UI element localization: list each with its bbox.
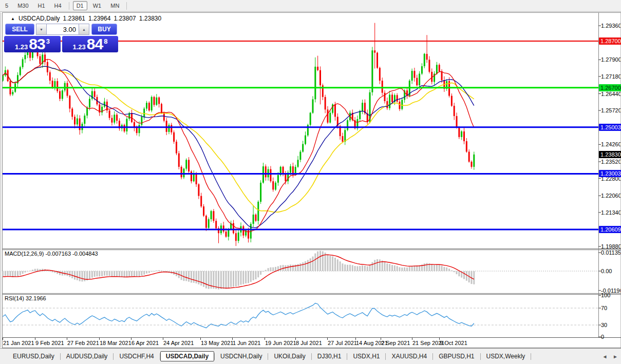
macd-histogram-bar	[456, 271, 458, 274]
macd-histogram-bar	[337, 259, 338, 271]
macd-histogram-bar	[265, 270, 267, 271]
buy-price-display[interactable]: 1.23 84 8	[62, 36, 118, 52]
macd-histogram-bar	[352, 265, 353, 271]
chart-tab-dj30-h1[interactable]: DJ30,H1	[312, 351, 347, 361]
macd-histogram-bar	[389, 264, 390, 271]
sell-price-pips: 83	[29, 36, 45, 52]
macd-axis-label: 0.00	[601, 268, 620, 274]
macd-histogram-bar	[248, 271, 249, 283]
macd-histogram-bar	[409, 267, 410, 271]
volume-increase-button[interactable]: ▲	[79, 24, 89, 35]
macd-histogram-bar	[302, 262, 304, 271]
price-axis-label: 1.26440	[601, 91, 620, 97]
macd-histogram-bar	[200, 271, 202, 285]
macd-histogram-bar	[362, 265, 363, 271]
macd-histogram-bar	[158, 270, 160, 271]
price-level-badge: 1.20609	[599, 226, 621, 233]
sell-button[interactable]: SELL	[5, 24, 34, 35]
macd-histogram-bar	[292, 265, 294, 271]
price-axis-label: 1.29360	[601, 23, 620, 29]
chart-tab-usdchf-h4[interactable]: USDCHF,H4	[114, 351, 159, 361]
tab-scroll-left-icon[interactable]: ◄	[602, 354, 607, 359]
buy-price-prefix: 1.23	[73, 43, 86, 51]
macd-histogram-bar	[228, 271, 229, 288]
rsi-line	[3, 303, 474, 328]
macd-histogram-bar	[463, 271, 465, 279]
buy-button[interactable]: BUY	[91, 24, 117, 35]
macd-histogram-bar	[424, 263, 425, 271]
macd-histogram-bar	[359, 266, 361, 271]
macd-histogram-bar	[255, 271, 256, 279]
macd-histogram-bar	[230, 271, 232, 287]
macd-histogram-bar	[451, 271, 453, 271]
chart-canvas[interactable]	[0, 0, 621, 364]
macd-histogram-bar	[290, 264, 291, 271]
price-level-badge: 1.26700	[599, 84, 621, 91]
macd-histogram-bar	[225, 271, 227, 289]
chart-tab-eurusd-daily[interactable]: EURUSD,Daily	[7, 351, 60, 361]
chart-tab-usdcad-daily[interactable]: USDCAD,Daily	[160, 351, 214, 361]
macd-histogram-bar	[473, 271, 475, 284]
macd-histogram-bar	[27, 271, 28, 272]
ohlc-high: 1.23964	[88, 15, 110, 22]
ohlc-open: 1.23861	[63, 15, 85, 22]
price-level-badge: 1.25003	[599, 124, 621, 131]
date-axis-label: 27 Feb 2021	[67, 340, 99, 346]
macd-histogram-bar	[434, 265, 435, 271]
macd-histogram-bar	[399, 267, 400, 271]
macd-histogram-bar	[446, 267, 447, 271]
chart-tab-xauusd-h4[interactable]: XAUUSD,H4	[386, 351, 432, 361]
macd-histogram-bar	[29, 271, 31, 271]
macd-histogram-bar	[299, 263, 301, 271]
chart-tab-ukoil-daily[interactable]: UKOil,Daily	[268, 351, 311, 361]
macd-histogram-bar	[74, 271, 76, 280]
chart-tab-usdx-weekly[interactable]: USDX,Weekly	[481, 351, 531, 361]
date-axis-label: 9 Oct 2021	[440, 340, 467, 346]
tab-scroll-right-icon[interactable]: ►	[613, 354, 618, 359]
macd-histogram-bar	[270, 267, 271, 271]
chart-tab-audusd-daily[interactable]: AUDUSD,Daily	[61, 351, 114, 361]
macd-histogram-bar	[143, 271, 145, 275]
macd-histogram-bar	[79, 271, 81, 281]
macd-histogram-bar	[104, 271, 105, 276]
macd-histogram-bar	[94, 271, 96, 277]
macd-histogram-bar	[310, 258, 311, 271]
macd-histogram-bar	[406, 267, 408, 271]
macd-histogram-bar	[148, 271, 150, 273]
buy-price-pips: 84	[87, 36, 103, 52]
macd-histogram-bar	[52, 271, 53, 272]
volume-input[interactable]: 3.00	[47, 24, 79, 35]
macd-histogram-bar	[188, 271, 190, 282]
macd-histogram-bar	[394, 265, 396, 271]
one-click-trading-panel: SELL ▼ 3.00 ▲ BUY 1.23 83 3 1.23 84 8	[4, 23, 118, 52]
macd-histogram-bar	[245, 271, 247, 283]
macd-histogram-bar	[233, 271, 234, 286]
macd-histogram-bar	[2, 271, 4, 277]
sell-price-display[interactable]: 1.23 83 3	[4, 36, 61, 52]
date-axis-label: 2 Sep 2021	[381, 340, 410, 346]
macd-histogram-bar	[242, 271, 244, 284]
chart-tab-gbpusd-h1[interactable]: GBPUSD,H1	[433, 351, 480, 361]
date-axis-label: 19 Jun 2021	[265, 340, 296, 346]
macd-histogram-bar	[205, 271, 207, 289]
price-axis-label: 1.22060	[601, 193, 620, 199]
macd-histogram-bar	[268, 268, 269, 271]
chart-symbol-label: USDCAD,Daily	[18, 15, 60, 22]
macd-histogram-bar	[240, 271, 241, 285]
macd-histogram-bar	[131, 271, 133, 276]
macd-histogram-bar	[99, 271, 100, 277]
chart-tab-usdx-h1[interactable]: USDX,H1	[347, 351, 385, 361]
macd-histogram-bar	[305, 261, 306, 271]
chart-tab-usdcnh-daily[interactable]: USDCNH,Daily	[215, 351, 268, 361]
rsi-indicator-label: RSI(14) 32.1966	[5, 295, 46, 301]
macd-axis-label: 0.01135	[601, 250, 620, 256]
macd-histogram-bar	[163, 271, 165, 272]
price-axis-label: 1.27900	[601, 56, 620, 63]
macd-histogram-bar	[215, 271, 217, 289]
volume-decrease-button[interactable]: ▼	[36, 24, 47, 35]
macd-histogram-bar	[89, 271, 90, 279]
macd-histogram-bar	[161, 271, 162, 271]
collapse-panel-icon[interactable]: ▲	[11, 16, 15, 21]
current-price-badge: 1.23830	[599, 151, 621, 158]
macd-histogram-bar	[34, 269, 36, 271]
